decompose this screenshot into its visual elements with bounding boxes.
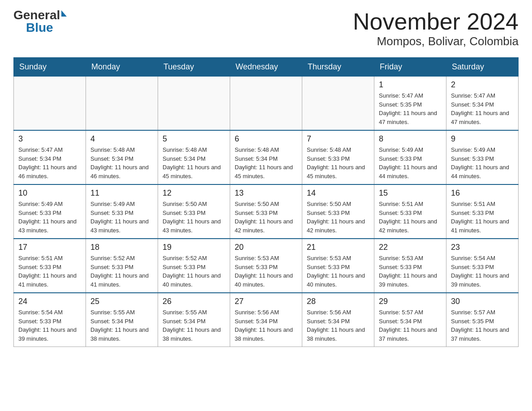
day-number: 1 — [379, 80, 442, 90]
col-saturday: Saturday — [446, 58, 519, 77]
table-row: 2Sunrise: 5:47 AM Sunset: 5:34 PM Daylig… — [446, 77, 519, 131]
day-number: 9 — [451, 134, 514, 144]
table-row: 1Sunrise: 5:47 AM Sunset: 5:35 PM Daylig… — [374, 77, 446, 131]
day-number: 5 — [163, 134, 225, 144]
table-row: 3Sunrise: 5:47 AM Sunset: 5:34 PM Daylig… — [14, 130, 86, 184]
day-number: 14 — [307, 188, 369, 198]
day-number: 21 — [307, 243, 369, 252]
calendar-week-row: 3Sunrise: 5:47 AM Sunset: 5:34 PM Daylig… — [14, 130, 519, 184]
table-row — [86, 77, 158, 131]
day-info: Sunrise: 5:52 AM Sunset: 5:33 PM Dayligh… — [163, 254, 225, 289]
day-info: Sunrise: 5:57 AM Sunset: 5:34 PM Dayligh… — [379, 308, 442, 343]
day-number: 7 — [307, 134, 369, 144]
day-number: 23 — [451, 243, 514, 252]
table-row: 15Sunrise: 5:51 AM Sunset: 5:33 PM Dayli… — [374, 184, 446, 239]
table-row: 18Sunrise: 5:52 AM Sunset: 5:33 PM Dayli… — [86, 239, 158, 293]
calendar-header-row: Sunday Monday Tuesday Wednesday Thursday… — [14, 58, 519, 77]
day-number: 24 — [18, 297, 81, 306]
page-header: General Blue November 2024 Mompos, Boliv… — [13, 9, 519, 48]
table-row: 26Sunrise: 5:55 AM Sunset: 5:34 PM Dayli… — [158, 293, 230, 347]
day-number: 12 — [163, 188, 225, 198]
day-number: 29 — [379, 297, 442, 306]
col-wednesday: Wednesday — [230, 58, 302, 77]
table-row: 16Sunrise: 5:51 AM Sunset: 5:33 PM Dayli… — [446, 184, 519, 239]
table-row: 25Sunrise: 5:55 AM Sunset: 5:34 PM Dayli… — [86, 293, 158, 347]
day-number: 6 — [235, 134, 297, 144]
day-info: Sunrise: 5:48 AM Sunset: 5:34 PM Dayligh… — [235, 146, 297, 180]
day-info: Sunrise: 5:49 AM Sunset: 5:33 PM Dayligh… — [451, 146, 514, 180]
day-number: 2 — [451, 80, 514, 90]
day-number: 10 — [18, 188, 81, 198]
table-row: 6Sunrise: 5:48 AM Sunset: 5:34 PM Daylig… — [230, 130, 302, 184]
day-number: 8 — [379, 134, 442, 144]
table-row: 8Sunrise: 5:49 AM Sunset: 5:33 PM Daylig… — [374, 130, 446, 184]
day-info: Sunrise: 5:51 AM Sunset: 5:33 PM Dayligh… — [451, 200, 514, 235]
logo-blue-text: Blue — [26, 21, 53, 34]
logo-general-text: General — [13, 9, 60, 21]
table-row: 10Sunrise: 5:49 AM Sunset: 5:33 PM Dayli… — [14, 184, 86, 239]
day-info: Sunrise: 5:53 AM Sunset: 5:33 PM Dayligh… — [379, 254, 442, 289]
day-info: Sunrise: 5:48 AM Sunset: 5:34 PM Dayligh… — [90, 146, 153, 180]
day-number: 3 — [18, 134, 81, 144]
table-row: 29Sunrise: 5:57 AM Sunset: 5:34 PM Dayli… — [374, 293, 446, 347]
day-number: 27 — [235, 297, 297, 306]
day-info: Sunrise: 5:49 AM Sunset: 5:33 PM Dayligh… — [379, 146, 442, 180]
calendar-table: Sunday Monday Tuesday Wednesday Thursday… — [13, 57, 519, 347]
table-row: 23Sunrise: 5:54 AM Sunset: 5:33 PM Dayli… — [446, 239, 519, 293]
calendar-week-row: 1Sunrise: 5:47 AM Sunset: 5:35 PM Daylig… — [14, 77, 519, 131]
table-row: 28Sunrise: 5:56 AM Sunset: 5:34 PM Dayli… — [302, 293, 374, 347]
table-row: 24Sunrise: 5:54 AM Sunset: 5:33 PM Dayli… — [14, 293, 86, 347]
day-number: 17 — [18, 243, 81, 252]
day-number: 15 — [379, 188, 442, 198]
table-row — [230, 77, 302, 131]
table-row: 27Sunrise: 5:56 AM Sunset: 5:34 PM Dayli… — [230, 293, 302, 347]
day-info: Sunrise: 5:54 AM Sunset: 5:33 PM Dayligh… — [18, 308, 81, 343]
day-info: Sunrise: 5:57 AM Sunset: 5:35 PM Dayligh… — [451, 308, 514, 343]
col-friday: Friday — [374, 58, 446, 77]
table-row — [14, 77, 86, 131]
title-section: November 2024 Mompos, Bolivar, Colombia — [353, 9, 519, 48]
calendar-week-row: 10Sunrise: 5:49 AM Sunset: 5:33 PM Dayli… — [14, 184, 519, 239]
calendar-week-row: 24Sunrise: 5:54 AM Sunset: 5:33 PM Dayli… — [14, 293, 519, 347]
month-title: November 2024 — [353, 9, 519, 34]
day-info: Sunrise: 5:53 AM Sunset: 5:33 PM Dayligh… — [235, 254, 297, 289]
day-info: Sunrise: 5:55 AM Sunset: 5:34 PM Dayligh… — [90, 308, 153, 343]
day-info: Sunrise: 5:51 AM Sunset: 5:33 PM Dayligh… — [379, 200, 442, 235]
table-row: 13Sunrise: 5:50 AM Sunset: 5:33 PM Dayli… — [230, 184, 302, 239]
logo-triangle-icon — [61, 10, 67, 17]
day-info: Sunrise: 5:56 AM Sunset: 5:34 PM Dayligh… — [235, 308, 297, 343]
day-info: Sunrise: 5:49 AM Sunset: 5:33 PM Dayligh… — [90, 200, 153, 235]
col-sunday: Sunday — [14, 58, 86, 77]
table-row — [302, 77, 374, 131]
day-info: Sunrise: 5:49 AM Sunset: 5:33 PM Dayligh… — [18, 200, 81, 235]
day-number: 28 — [307, 297, 369, 306]
table-row: 17Sunrise: 5:51 AM Sunset: 5:33 PM Dayli… — [14, 239, 86, 293]
day-number: 16 — [451, 188, 514, 198]
day-info: Sunrise: 5:48 AM Sunset: 5:33 PM Dayligh… — [307, 146, 369, 180]
table-row: 30Sunrise: 5:57 AM Sunset: 5:35 PM Dayli… — [446, 293, 519, 347]
logo: General Blue — [13, 9, 67, 34]
day-info: Sunrise: 5:47 AM Sunset: 5:34 PM Dayligh… — [451, 91, 514, 126]
table-row: 21Sunrise: 5:53 AM Sunset: 5:33 PM Dayli… — [302, 239, 374, 293]
day-info: Sunrise: 5:47 AM Sunset: 5:35 PM Dayligh… — [379, 91, 442, 126]
day-info: Sunrise: 5:54 AM Sunset: 5:33 PM Dayligh… — [451, 254, 514, 289]
day-info: Sunrise: 5:55 AM Sunset: 5:34 PM Dayligh… — [163, 308, 225, 343]
day-info: Sunrise: 5:52 AM Sunset: 5:33 PM Dayligh… — [90, 254, 153, 289]
day-number: 25 — [90, 297, 153, 306]
table-row: 20Sunrise: 5:53 AM Sunset: 5:33 PM Dayli… — [230, 239, 302, 293]
table-row: 12Sunrise: 5:50 AM Sunset: 5:33 PM Dayli… — [158, 184, 230, 239]
day-number: 22 — [379, 243, 442, 252]
table-row: 22Sunrise: 5:53 AM Sunset: 5:33 PM Dayli… — [374, 239, 446, 293]
day-number: 30 — [451, 297, 514, 306]
location: Mompos, Bolivar, Colombia — [353, 34, 519, 48]
day-info: Sunrise: 5:50 AM Sunset: 5:33 PM Dayligh… — [163, 200, 225, 235]
day-info: Sunrise: 5:50 AM Sunset: 5:33 PM Dayligh… — [235, 200, 297, 235]
day-number: 4 — [90, 134, 153, 144]
day-info: Sunrise: 5:53 AM Sunset: 5:33 PM Dayligh… — [307, 254, 369, 289]
table-row — [158, 77, 230, 131]
col-thursday: Thursday — [302, 58, 374, 77]
table-row: 4Sunrise: 5:48 AM Sunset: 5:34 PM Daylig… — [86, 130, 158, 184]
table-row: 9Sunrise: 5:49 AM Sunset: 5:33 PM Daylig… — [446, 130, 519, 184]
day-number: 13 — [235, 188, 297, 198]
table-row: 19Sunrise: 5:52 AM Sunset: 5:33 PM Dayli… — [158, 239, 230, 293]
